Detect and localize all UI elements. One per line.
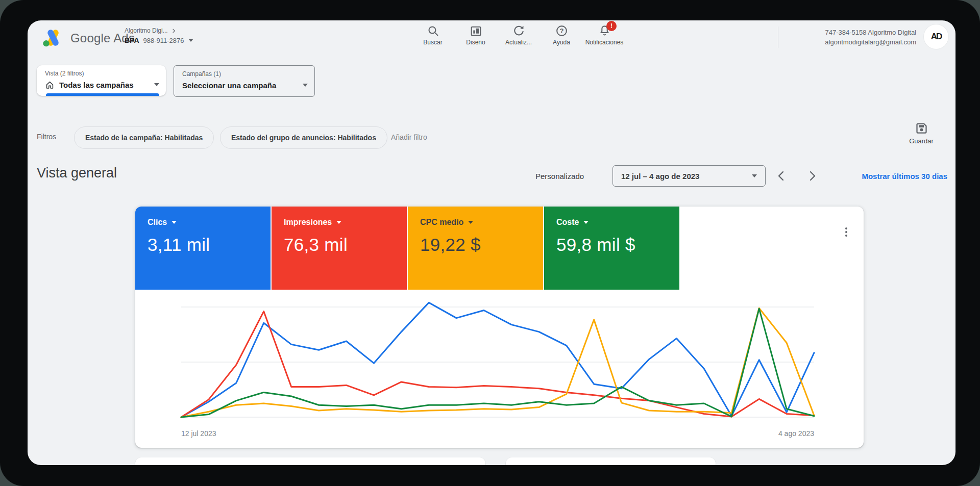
filter-chip-campaign-status[interactable]: Estado de la campaña: Habilitadas [74, 126, 214, 149]
show-last-30-days-link[interactable]: Mostrar últimos 30 dias [819, 172, 947, 181]
x-axis-start-label: 12 jul 2023 [181, 429, 216, 438]
filters-label: Filtros [37, 133, 56, 141]
svg-text:?: ? [559, 27, 564, 35]
toolbar: Buscar Diseño Actualiz... ? Ayuda [411, 24, 626, 46]
refresh-button[interactable]: Actualiz... [497, 24, 540, 46]
metric-value: 19,22 $ [420, 235, 481, 255]
campaign-selector-value: Seleccionar una campaña [182, 81, 276, 90]
page-title: Vista general [37, 165, 117, 181]
overview-card: Clics 3,11 mil Impresiones 76,3 mil CPC … [135, 207, 864, 448]
chevron-right-icon [171, 28, 177, 34]
google-ads-logo[interactable]: Google Ads [42, 29, 135, 47]
kebab-menu-icon [845, 227, 847, 229]
metric-tile-clics[interactable]: Clics 3,11 mil [135, 207, 271, 290]
metric-tile-cpc-medio[interactable]: CPC medio 19,22 $ [408, 207, 543, 290]
x-axis-end-label: 4 ago 2023 [712, 429, 814, 438]
avatar[interactable]: AD [924, 24, 948, 49]
device-frame: Google Ads Algoritmo Digi... BPA 988-911… [0, 0, 980, 486]
date-range-value: 12 jul – 4 ago de 2023 [621, 172, 699, 181]
chevron-down-icon [752, 174, 757, 177]
google-ads-logo-icon [42, 29, 64, 47]
search-button[interactable]: Buscar [411, 24, 454, 46]
home-icon [45, 80, 55, 90]
account-name: BPA [125, 36, 139, 44]
save-icon [915, 121, 928, 135]
metric-tile-coste[interactable]: Coste 59,8 mil $ [544, 207, 679, 290]
account-breadcrumb: Algoritmo Digi... [125, 27, 168, 34]
account-id: 988-911-2876 [143, 37, 184, 44]
metric-value: 3,11 mil [148, 235, 210, 255]
chevron-right-icon [806, 170, 818, 182]
view-selector-label: Vista (2 filtros) [45, 70, 84, 77]
notifications-button[interactable]: ! Notificaciones [583, 24, 626, 46]
metric-tile-impresiones[interactable]: Impresiones 76,3 mil [272, 207, 407, 290]
notification-badge: ! [606, 21, 617, 31]
chevron-down-icon [154, 83, 159, 86]
search-icon [427, 24, 439, 37]
next-row-card-right [506, 457, 716, 465]
account-email: algoritmodigitalarg@gmail.com [785, 37, 916, 47]
chevron-down-icon [468, 221, 473, 224]
help-button[interactable]: ? Ayuda [540, 24, 583, 46]
active-tab-indicator [46, 93, 159, 96]
help-icon: ? [555, 24, 568, 37]
view-selector-value: Todas las campañas [59, 81, 134, 89]
account-info: 747-384-5158 Algoritmo Digital algoritmo… [785, 28, 916, 47]
campaign-selector-label: Campañas (1) [182, 70, 221, 78]
chevron-left-icon [775, 170, 788, 182]
add-filter-button[interactable]: Añadir filtro [391, 133, 427, 141]
filter-chip-adgroup-status[interactable]: Estado del grupo de anuncios: Habilitado… [220, 126, 387, 149]
refresh-icon [512, 24, 525, 37]
save-button[interactable]: Guardar [901, 121, 941, 145]
metric-value: 59,8 mil $ [556, 235, 635, 255]
next-row-card-left [135, 457, 485, 465]
chevron-down-icon [583, 221, 589, 224]
report-chart-icon [470, 24, 482, 37]
chevron-down-icon [336, 221, 341, 224]
previous-period-button[interactable] [774, 168, 789, 184]
date-mode-label: Personalizado [535, 172, 584, 181]
metric-value: 76,3 mil [284, 235, 348, 255]
next-period-button[interactable] [804, 168, 820, 184]
campaign-selector[interactable]: Campañas (1) Seleccionar una campaña [174, 65, 315, 97]
chevron-down-icon [188, 39, 193, 42]
design-button[interactable]: Diseño [454, 24, 497, 46]
chevron-down-icon [303, 84, 308, 87]
app-window: Google Ads Algoritmo Digi... BPA 988-911… [28, 20, 955, 465]
account-switcher[interactable]: Algoritmo Digi... BPA 988-911-2876 [125, 27, 193, 44]
chevron-down-icon [172, 221, 177, 224]
card-menu-button[interactable] [842, 225, 851, 239]
overview-chart [181, 298, 814, 426]
date-range-dropdown[interactable]: 12 jul – 4 ago de 2023 [612, 165, 766, 187]
header-divider [778, 27, 778, 48]
view-selector[interactable]: Vista (2 filtros) Todas las campañas [37, 65, 166, 96]
account-phone-name: 747-384-5158 Algoritmo Digital [785, 28, 916, 37]
